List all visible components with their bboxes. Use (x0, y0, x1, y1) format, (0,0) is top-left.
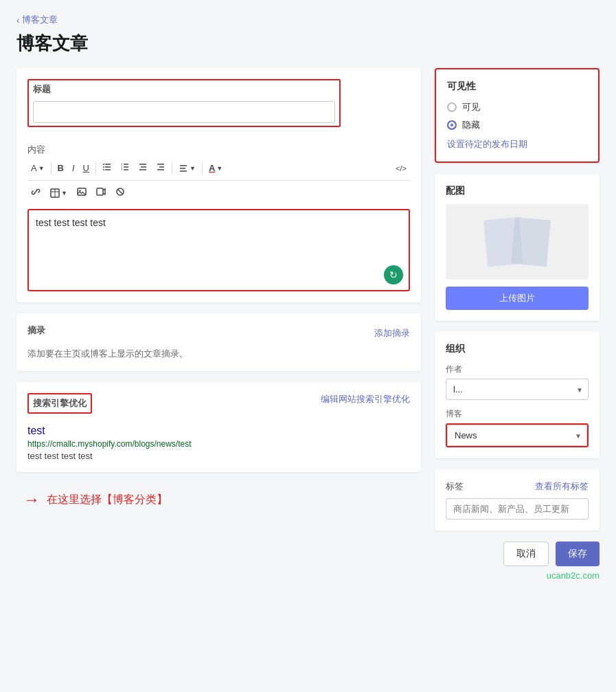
toolbar-row2: ▼ (27, 185, 410, 205)
blog-select-highlight: News Default Blog ▼ (446, 423, 589, 447)
svg-point-25 (79, 190, 80, 191)
video-btn[interactable] (93, 185, 109, 201)
svg-point-5 (103, 169, 104, 170)
title-label: 标题 (33, 83, 335, 96)
underline-btn[interactable]: U (80, 161, 93, 175)
title-input[interactable]: test (33, 101, 335, 123)
content-text: test test test test (36, 217, 402, 228)
content-editor[interactable]: test test test test ↻ (27, 209, 410, 291)
svg-text:3: 3 (121, 168, 123, 171)
seo-label: 搜索引擎优化 (33, 398, 87, 408)
annotation: → 在这里选择【博客分类】 (16, 483, 421, 509)
bottom-bar: 取消 保存 (16, 531, 600, 569)
visibility-card: 可见性 可见 隐藏 设置待定的发布日期 (435, 68, 600, 163)
view-all-tags-link[interactable]: 查看所有标签 (535, 480, 589, 493)
seo-preview-title: test (27, 425, 410, 437)
indent-btn[interactable] (152, 160, 169, 176)
breadcrumb-label[interactable]: 博客文章 (22, 14, 58, 26)
annotation-text: 在这里选择【博客分类】 (47, 493, 168, 507)
seo-preview-desc: test test test test (27, 451, 410, 461)
annotation-arrow: → (23, 490, 40, 509)
excerpt-description: 添加要在主页或博客上显示的文章摘录。 (27, 348, 410, 360)
blog-select[interactable]: News Default Blog (447, 425, 587, 446)
organization-card: 组织 作者 l... ▼ 博客 News Default Blog (435, 332, 600, 458)
page-title: 博客文章 (16, 32, 600, 56)
tags-header: 标签 查看所有标签 (446, 480, 589, 493)
breadcrumb-arrow: ‹ (16, 15, 19, 25)
excerpt-label: 摘录 (27, 324, 45, 337)
watermark: ucanb2c.com (16, 570, 600, 581)
save-button[interactable]: 保存 (556, 542, 600, 566)
seo-preview-url: https://cmallc.myshopify.com/blogs/news/… (27, 439, 410, 449)
svg-point-3 (103, 164, 104, 165)
divider1 (51, 162, 52, 175)
radio-visible (447, 102, 457, 112)
main-column: 标题 test 内容 A ▼ B I U (16, 68, 421, 509)
divider2 (95, 162, 96, 175)
org-label: 组织 (446, 343, 589, 355)
visibility-label: 可见性 (447, 80, 587, 93)
seo-edit-link[interactable]: 编辑网站搜索引擎优化 (321, 393, 410, 405)
refresh-btn[interactable]: ↻ (384, 265, 403, 284)
svg-line-28 (117, 189, 123, 194)
visibility-hidden-label: 隐藏 (462, 119, 480, 131)
visibility-hidden-option[interactable]: 隐藏 (447, 119, 587, 131)
author-select-wrap: l... ▼ (446, 379, 589, 400)
add-excerpt-link[interactable]: 添加摘录 (374, 327, 410, 339)
excerpt-header: 摘录 添加摘录 (27, 324, 410, 342)
content-label: 内容 (27, 144, 410, 156)
font-color-btn[interactable]: A ▼ (205, 161, 226, 175)
svg-rect-26 (97, 188, 103, 195)
align-btn[interactable]: ▼ (175, 161, 199, 175)
bold-btn[interactable]: B (54, 161, 67, 175)
excerpt-card: 摘录 添加摘录 添加要在主页或博客上显示的文章摘录。 (16, 313, 421, 371)
source-code-btn[interactable]: </> (392, 162, 410, 175)
blog-label: 博客 (446, 408, 589, 420)
outdent-btn[interactable] (135, 160, 151, 176)
tags-input[interactable] (446, 498, 589, 520)
content-card: 标题 test 内容 A ▼ B I U (16, 68, 421, 302)
divider3 (172, 162, 172, 175)
visibility-visible-option[interactable]: 可见 (447, 101, 587, 113)
divider4 (202, 162, 203, 175)
image-icons (486, 219, 549, 265)
blog-select-wrap: News Default Blog ▼ (447, 425, 587, 446)
image-btn[interactable] (73, 185, 90, 201)
tags-label: 标签 (446, 480, 464, 493)
featured-image-card: 配图 上传图片 (435, 174, 600, 321)
schedule-link[interactable]: 设置待定的发布日期 (447, 139, 527, 149)
toolbar-row1: A ▼ B I U 123 (27, 160, 410, 181)
image-label: 配图 (446, 185, 589, 197)
upload-image-btn[interactable]: 上传图片 (446, 287, 589, 310)
radio-hidden (447, 120, 457, 130)
ordered-list-btn[interactable]: 123 (117, 160, 133, 176)
font-size-btn[interactable]: A ▼ (27, 161, 48, 175)
italic-btn[interactable]: I (69, 161, 78, 175)
table-btn[interactable]: ▼ (47, 186, 71, 200)
link-btn[interactable] (27, 185, 44, 201)
unordered-list-btn[interactable] (99, 160, 115, 176)
author-select[interactable]: l... (446, 379, 589, 400)
visibility-visible-label: 可见 (462, 101, 480, 113)
breadcrumb[interactable]: ‹ 博客文章 (16, 14, 600, 26)
tags-card: 标签 查看所有标签 (435, 469, 600, 531)
side-column: 可见性 可见 隐藏 设置待定的发布日期 配图 (435, 68, 600, 531)
block-btn[interactable] (112, 185, 128, 201)
author-label: 作者 (446, 364, 589, 375)
seo-card: 搜索引擎优化 编辑网站搜索引擎优化 编辑网站搜索引擎优化 test https:… (16, 382, 421, 472)
svg-point-4 (103, 166, 104, 168)
cancel-button[interactable]: 取消 (503, 542, 549, 566)
image-placeholder (446, 204, 589, 280)
visibility-options: 可见 隐藏 (447, 101, 587, 131)
